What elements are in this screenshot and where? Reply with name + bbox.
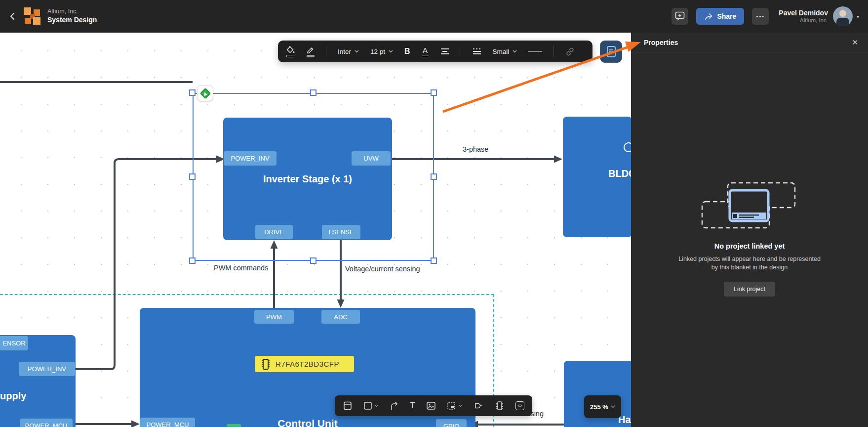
properties-header: Properties ✕ — [631, 33, 868, 52]
port-pwm[interactable]: PWM — [254, 310, 294, 324]
selection-rectangle[interactable] — [193, 93, 434, 261]
notes-toggle-button[interactable] — [600, 41, 622, 63]
document-title: System Design — [47, 16, 97, 25]
user-org: Altium, Inc. — [779, 17, 828, 24]
selection-handle[interactable] — [189, 89, 196, 96]
fill-color-button[interactable] — [286, 46, 295, 57]
ic-chip-icon — [495, 400, 505, 411]
avatar[interactable] — [833, 6, 853, 26]
line-weight-preview[interactable] — [528, 51, 542, 52]
code-icon: <> — [515, 401, 524, 410]
chevron-down-icon — [458, 404, 463, 407]
square-icon — [363, 401, 372, 410]
block-control-unit-title[interactable]: Control Unit — [238, 418, 377, 427]
ic-tool[interactable] — [495, 400, 505, 411]
altium-logo — [24, 7, 41, 25]
pencil-icon — [306, 46, 315, 53]
selection-handle[interactable] — [431, 257, 437, 264]
green-tag-remnant[interactable] — [227, 424, 241, 427]
user-meta: Pavel Demidov Altium, Inc. — [779, 9, 828, 24]
share-button[interactable]: Share — [696, 8, 744, 25]
blanket-icon — [446, 401, 456, 411]
toolbar-divider — [553, 46, 554, 57]
label-three-phase[interactable]: 3-phase — [463, 145, 488, 153]
code-tool[interactable]: <> — [515, 401, 524, 410]
stroke-color-button[interactable] — [306, 46, 315, 57]
connector-icon — [390, 401, 399, 411]
blanket-placeholder-icon — [700, 181, 799, 230]
font-family-select[interactable]: Inter — [338, 48, 359, 55]
link-project-button[interactable]: Link project — [724, 282, 775, 297]
document-titles: Altium, Inc. System Design — [47, 8, 97, 24]
comment-plus-icon — [675, 11, 685, 21]
app-window: Altium, Inc. System Design Share ••• — [0, 0, 868, 427]
chip-label: R7FA6T2BD3CFP — [276, 360, 339, 368]
shapes-toolbar: T — [335, 395, 532, 416]
close-icon[interactable]: ✕ — [852, 38, 858, 47]
empty-state-description: Linked projects will appear here and be … — [678, 255, 821, 272]
connector-tool[interactable] — [390, 401, 399, 411]
chevron-down-icon — [355, 50, 359, 53]
bold-button[interactable]: B — [404, 47, 410, 56]
linked-component-badge[interactable] — [197, 85, 213, 101]
block-tool[interactable] — [343, 401, 353, 411]
font-size-select[interactable]: 12 pt — [370, 48, 393, 55]
arrow-size-select[interactable]: Small — [493, 48, 517, 55]
link-button[interactable] — [565, 47, 575, 56]
comments-button[interactable] — [671, 8, 688, 25]
port-sensor[interactable]: ENSOR — [0, 336, 28, 350]
port-power-inv-supply[interactable]: POWER_INV — [19, 362, 75, 376]
back-chevron-icon — [10, 12, 15, 20]
port-gpio[interactable]: GPIO — [436, 419, 467, 427]
font-family-value: Inter — [338, 48, 351, 55]
block-bldc-title[interactable]: BLDC — [608, 168, 631, 179]
selection-handle[interactable] — [310, 89, 316, 96]
selection-handle[interactable] — [189, 173, 196, 180]
design-canvas[interactable]: Inverter Stage (x 1) POWER_INV UVW DRIVE… — [0, 33, 631, 427]
more-options-button[interactable]: ••• — [752, 8, 769, 25]
blanket-tool[interactable] — [446, 401, 463, 411]
selection-handle[interactable] — [431, 89, 437, 96]
label-pwm-commands[interactable]: PWM commands — [214, 264, 268, 272]
align-button[interactable] — [440, 47, 449, 55]
text-color-button[interactable]: A — [422, 46, 429, 57]
chevron-down-icon — [374, 404, 379, 407]
description-line-1: Linked projects will appear here and be … — [678, 256, 821, 262]
chevron-down-icon — [389, 50, 393, 53]
zoom-control[interactable]: 255 % — [584, 395, 621, 418]
zoom-level: 255 % — [590, 403, 608, 411]
empty-state: No project linked yet Linked projects wi… — [631, 181, 868, 297]
arrow-size-value: Small — [493, 48, 510, 55]
gate-icon — [473, 401, 484, 411]
share-label: Share — [717, 12, 736, 20]
port-power-mcu-supply[interactable]: POWER_MCU — [20, 419, 73, 427]
label-voltage-current[interactable]: Voltage/current sensing — [345, 265, 420, 273]
arrowhead — [337, 299, 345, 308]
fill-swatch — [286, 55, 294, 57]
chevron-down-icon — [611, 405, 615, 408]
text-tool[interactable]: T — [410, 401, 415, 411]
motor-icon — [621, 141, 631, 153]
port-power-mcu-control[interactable]: POWER_MCU — [140, 418, 195, 427]
image-icon — [426, 401, 436, 411]
toolbar-divider — [326, 46, 326, 57]
selection-handle[interactable] — [189, 257, 196, 264]
user-menu-caret[interactable]: ▾ — [857, 14, 859, 19]
chevron-down-icon — [513, 50, 517, 53]
block-power-supply-title[interactable]: upply — [0, 390, 26, 402]
ic-chip-icon — [261, 358, 271, 371]
arrowhead — [131, 421, 140, 427]
share-arrow-icon — [704, 13, 713, 20]
gate-tool[interactable] — [473, 401, 484, 411]
port-adc[interactable]: ADC — [321, 310, 360, 324]
logo-square — [25, 18, 31, 24]
chip-tag[interactable]: R7FA6T2BD3CFP — [255, 356, 354, 372]
toolbar-divider — [461, 46, 461, 57]
selection-handle[interactable] — [431, 173, 437, 180]
shape-tool[interactable] — [363, 401, 379, 410]
back-button[interactable] — [4, 8, 21, 25]
line-style-button[interactable] — [473, 47, 481, 55]
format-toolbar: Inter 12 pt B A Small — [278, 41, 592, 62]
image-tool[interactable] — [426, 401, 436, 411]
selection-handle[interactable] — [310, 257, 316, 264]
